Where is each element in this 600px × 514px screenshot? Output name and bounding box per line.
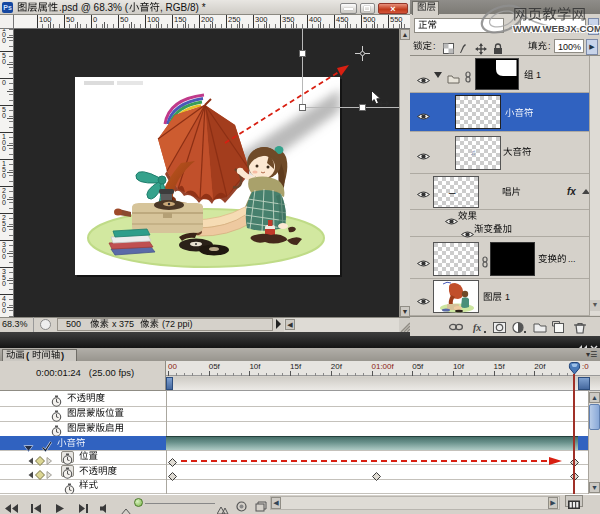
svg-text:fx: fx [473,322,481,333]
